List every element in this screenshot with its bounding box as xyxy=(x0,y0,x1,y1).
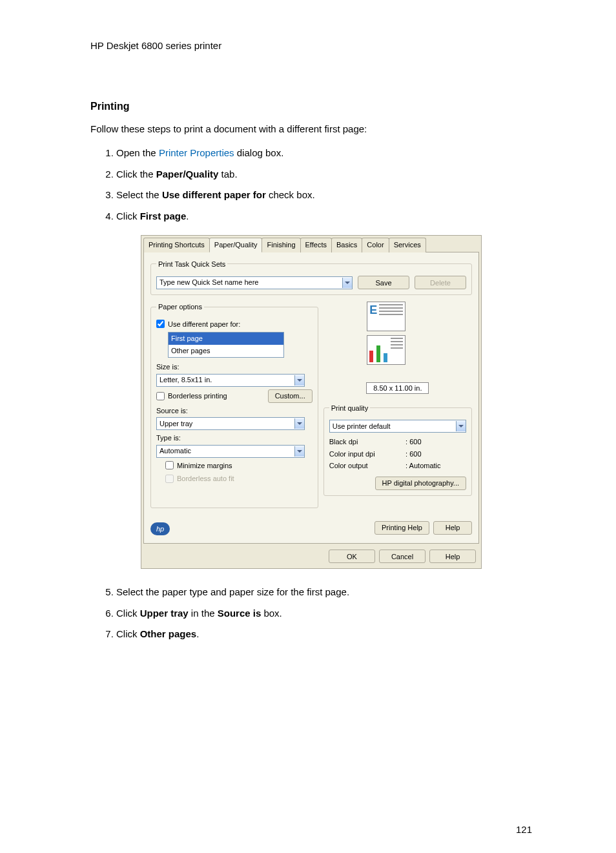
step-text: in the xyxy=(189,608,218,619)
dropdown-icon[interactable] xyxy=(294,418,304,429)
borderless-printing-label: Borderless printing xyxy=(168,391,227,402)
printer-properties-link[interactable]: Printer Properties xyxy=(159,147,234,158)
minimize-margins-check[interactable] xyxy=(165,461,174,469)
tab-basics[interactable]: Basics xyxy=(331,238,362,252)
step-text: tab. xyxy=(218,169,237,180)
dropdown-icon[interactable] xyxy=(342,278,352,288)
minimize-margins-label: Minimize margins xyxy=(177,460,232,471)
printer-properties-dialog: Printing Shortcuts Paper/Quality Finishi… xyxy=(141,235,482,569)
dialog-body: Print Task Quick Sets Type new Quick Set… xyxy=(143,252,479,544)
dialog-screenshot: Printing Shortcuts Paper/Quality Finishi… xyxy=(90,235,532,569)
borderless-printing-check[interactable] xyxy=(156,392,165,400)
use-different-paper-checkbox[interactable]: Use different paper for: xyxy=(156,319,313,330)
page-selection-list[interactable]: First page Other pages xyxy=(168,332,284,358)
printing-help-button[interactable]: Printing Help xyxy=(375,521,429,535)
step-text: check box. xyxy=(266,189,315,200)
tab-services[interactable]: Services xyxy=(389,238,426,252)
step-7: Click Other pages. xyxy=(116,627,532,642)
color-input-dpi-value: : 600 xyxy=(406,449,466,460)
step-text: dialog box. xyxy=(234,147,284,158)
step-6: Click Upper tray in the Source is box. xyxy=(116,606,532,621)
color-input-dpi-label: Color input dpi xyxy=(329,449,400,460)
source-is-label: Source is: xyxy=(156,406,313,416)
tab-effects[interactable]: Effects xyxy=(300,238,332,252)
step-text: Click xyxy=(116,608,140,619)
use-different-paper-check[interactable] xyxy=(156,320,165,328)
step-text: Select the paper type and paper size for… xyxy=(116,586,349,597)
step-3: Select the Use different paper for check… xyxy=(116,188,532,203)
step-2: Click the Paper/Quality tab. xyxy=(116,167,532,182)
bold-text: Other pages xyxy=(140,628,197,639)
preview-other-pages-icon xyxy=(367,335,406,365)
quick-set-name-text: Type new Quick Set name here xyxy=(159,277,258,288)
color-output-label: Color output xyxy=(329,460,400,471)
dialog-footer: OK Cancel Help xyxy=(141,546,481,568)
step-text: . xyxy=(196,628,199,639)
print-quality-combo[interactable]: Use printer default xyxy=(329,420,466,433)
step-text: . xyxy=(186,211,189,221)
step-text: Click xyxy=(116,211,140,221)
help-button[interactable]: Help xyxy=(433,521,472,535)
source-value: Upper tray xyxy=(159,418,192,429)
quick-sets-legend: Print Task Quick Sets xyxy=(156,259,227,270)
tab-finishing[interactable]: Finishing xyxy=(262,238,300,252)
black-dpi-value: : 600 xyxy=(406,437,466,447)
tab-printing-shortcuts[interactable]: Printing Shortcuts xyxy=(143,238,210,252)
step-5: Select the paper type and paper size for… xyxy=(116,585,532,600)
quick-sets-group: Print Task Quick Sets Type new Quick Set… xyxy=(150,259,472,296)
tab-color[interactable]: Color xyxy=(362,238,389,252)
size-value: Letter, 8.5x11 in. xyxy=(159,375,212,385)
bold-text: Source is xyxy=(218,608,262,619)
hp-logo-icon: hp xyxy=(150,522,170,535)
save-button[interactable]: Save xyxy=(358,276,409,289)
list-item-other-pages[interactable]: Other pages xyxy=(169,345,283,357)
custom-button[interactable]: Custom... xyxy=(268,389,313,403)
step-text: box. xyxy=(261,608,282,619)
page-preview: E xyxy=(349,302,424,379)
dropdown-icon[interactable] xyxy=(294,375,304,385)
type-combo[interactable]: Automatic xyxy=(156,445,305,458)
size-combo[interactable]: Letter, 8.5x11 in. xyxy=(156,374,305,387)
quick-set-name-combo[interactable]: Type new Quick Set name here xyxy=(156,276,353,289)
dropdown-icon[interactable] xyxy=(294,446,304,457)
borderless-auto-fit-label: Borderless auto fit xyxy=(177,473,234,484)
source-combo[interactable]: Upper tray xyxy=(156,417,305,430)
help-button-footer[interactable]: Help xyxy=(429,550,476,563)
bold-text: Paper/Quality xyxy=(156,169,219,180)
steps-list-a: Open the Printer Properties dialog box. … xyxy=(90,146,532,223)
print-quality-group: Print quality Use printer default Black … xyxy=(323,403,472,496)
ok-button[interactable]: OK xyxy=(329,550,375,563)
delete-button: Delete xyxy=(415,276,466,289)
document-header: HP Deskjet 6800 series printer xyxy=(90,39,532,54)
print-quality-legend: Print quality xyxy=(329,403,370,414)
preview-letter-e: E xyxy=(369,304,377,316)
size-is-label: Size is: xyxy=(156,362,313,373)
section-heading: Printing xyxy=(90,99,532,114)
preview-dimensions: 8.50 x 11.00 in. xyxy=(366,382,429,394)
hp-digital-photography-button[interactable]: HP digital photography... xyxy=(375,477,466,490)
bold-text: Upper tray xyxy=(140,608,189,619)
bold-text: Use different paper for xyxy=(162,189,266,200)
paper-options-group: Paper options Use different paper for: F… xyxy=(150,302,318,508)
tab-paper-quality[interactable]: Paper/Quality xyxy=(209,238,263,252)
print-quality-value: Use printer default xyxy=(333,421,391,432)
step-4: Click First page. xyxy=(116,209,532,224)
step-text: Click xyxy=(116,628,140,639)
steps-list-b: Select the paper type and paper size for… xyxy=(90,585,532,642)
bold-text: First page xyxy=(140,211,187,221)
dropdown-icon[interactable] xyxy=(456,421,466,431)
step-1: Open the Printer Properties dialog box. xyxy=(116,146,532,161)
color-output-value: : Automatic xyxy=(406,460,466,471)
preview-first-page-icon: E xyxy=(367,302,406,331)
cancel-button[interactable]: Cancel xyxy=(379,550,426,563)
list-item-first-page[interactable]: First page xyxy=(169,333,283,345)
intro-text: Follow these steps to print a document w… xyxy=(90,122,532,137)
paper-options-legend: Paper options xyxy=(156,302,204,313)
borderless-auto-fit-check xyxy=(165,475,174,483)
page-number: 121 xyxy=(90,823,532,838)
type-is-label: Type is: xyxy=(156,433,313,444)
type-value: Automatic xyxy=(159,446,191,457)
use-different-paper-label: Use different paper for: xyxy=(168,319,240,330)
tab-bar: Printing Shortcuts Paper/Quality Finishi… xyxy=(141,236,481,252)
black-dpi-label: Black dpi xyxy=(329,437,400,447)
